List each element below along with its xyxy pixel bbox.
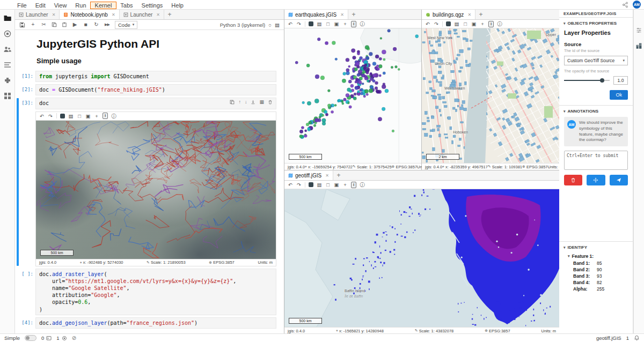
- menu-item-help[interactable]: Help: [167, 2, 188, 9]
- zoom-extent-icon[interactable]: ▣: [334, 181, 339, 189]
- add-layer-icon[interactable]: +: [480, 20, 485, 28]
- paste-cell-icon[interactable]: [62, 22, 67, 27]
- stop-kernel-icon[interactable]: ■: [83, 20, 89, 29]
- tab-buildings[interactable]: buildings.qgz ✕: [422, 10, 475, 19]
- file-browser-icon[interactable]: [3, 14, 12, 23]
- add-cell-icon[interactable]: +: [30, 20, 36, 29]
- undo-icon[interactable]: ↶: [288, 181, 293, 189]
- identify-icon[interactable]: i: [103, 113, 108, 119]
- cut-cell-icon[interactable]: ✂: [41, 20, 47, 29]
- layers-icon[interactable]: ▤: [454, 20, 459, 28]
- simple-mode-toggle[interactable]: [25, 335, 36, 341]
- kernels-indicator[interactable]: 1: [56, 335, 67, 341]
- opacity-value[interactable]: 1.0: [613, 76, 628, 85]
- collaboration-icon[interactable]: [3, 45, 12, 54]
- close-icon[interactable]: ✕: [467, 12, 471, 17]
- menu-item-view[interactable]: View: [50, 2, 71, 9]
- zoom-extent-icon[interactable]: ▣: [334, 20, 339, 28]
- add-layer-icon[interactable]: +: [342, 181, 348, 189]
- locate-annotation-button[interactable]: [587, 175, 605, 185]
- redo-icon[interactable]: ↷: [48, 112, 53, 120]
- cell-type-select[interactable]: Code ▾: [115, 21, 137, 29]
- add-layer-icon[interactable]: +: [342, 20, 348, 28]
- kernel-name[interactable]: Python 3 (ipykernel): [220, 22, 265, 28]
- running-kernels-icon[interactable]: [3, 29, 12, 38]
- layers-icon[interactable]: ▤: [68, 112, 74, 120]
- tab-geotiff[interactable]: geotiff.jGIS ✕: [284, 170, 333, 180]
- notebook-panel-icon[interactable]: ▤: [275, 22, 280, 28]
- basemap-icon[interactable]: □: [77, 112, 82, 120]
- move-cell-up-icon[interactable]: ↑: [238, 99, 241, 105]
- slider-knob[interactable]: [600, 78, 604, 83]
- buildings-map[interactable]: West New York Union City Weehawken Hobok…: [422, 28, 559, 163]
- run-cell-icon[interactable]: ▶: [72, 20, 78, 29]
- undo-icon[interactable]: ↶: [39, 112, 45, 120]
- ok-button[interactable]: Ok: [610, 90, 628, 100]
- identify-feature-header[interactable]: ▾ Feature 1:: [559, 252, 633, 260]
- terminals-indicator[interactable]: 0: [41, 335, 52, 341]
- delete-annotation-button[interactable]: [564, 175, 582, 185]
- info-icon[interactable]: ⓘ: [360, 20, 365, 28]
- menu-item-tabs[interactable]: Tabs: [116, 2, 137, 9]
- insert-cell-below-icon[interactable]: ▦: [259, 99, 264, 105]
- tab-launcher-1[interactable]: Launcher ✕: [15, 10, 60, 19]
- duplicate-cell-icon[interactable]: [230, 100, 235, 105]
- table-of-contents-icon[interactable]: [3, 61, 12, 69]
- geotiff-map[interactable]: Baffin Island Île de Baffin 500 km: [284, 189, 559, 327]
- menu-item-run[interactable]: Run: [71, 2, 90, 9]
- new-feature-icon[interactable]: [309, 21, 313, 26]
- basemap-icon[interactable]: □: [325, 181, 331, 189]
- basemap-icon[interactable]: □: [463, 20, 468, 28]
- buildings-icon[interactable]: [635, 42, 642, 49]
- info-icon[interactable]: ⓘ: [111, 112, 116, 120]
- save-icon[interactable]: [19, 22, 25, 28]
- cell-editor[interactable]: doc.add_raster_layer( url="https://mt1.g…: [35, 269, 276, 315]
- redo-icon[interactable]: ↷: [434, 20, 439, 28]
- copy-cell-icon[interactable]: [52, 22, 57, 27]
- move-cell-down-icon[interactable]: ↓: [245, 99, 247, 105]
- new-tab-button[interactable]: +: [333, 170, 344, 180]
- redo-icon[interactable]: ↷: [296, 20, 302, 28]
- submit-annotation-button[interactable]: [610, 175, 628, 185]
- cell-editor[interactable]: doc = GISDocument("france_hiking.jGIS"): [35, 84, 276, 95]
- new-feature-icon[interactable]: [309, 182, 313, 187]
- objects-properties-section-header[interactable]: ▾ OBJECTS PROPERTIES: [559, 18, 633, 28]
- new-feature-icon[interactable]: [446, 21, 451, 26]
- add-layer-icon[interactable]: +: [94, 112, 99, 120]
- close-icon[interactable]: ✕: [325, 173, 329, 178]
- share-icon[interactable]: [622, 2, 628, 8]
- extension-manager-icon[interactable]: [3, 76, 12, 85]
- basemap-icon[interactable]: □: [325, 20, 331, 28]
- restart-kernel-icon[interactable]: ↻: [93, 20, 99, 29]
- undo-icon[interactable]: ↶: [425, 20, 430, 28]
- bell-icon[interactable]: [634, 335, 640, 341]
- menu-item-settings[interactable]: Settings: [137, 2, 167, 9]
- close-icon[interactable]: ✕: [156, 12, 160, 17]
- delete-cell-icon[interactable]: [268, 100, 273, 105]
- identify-icon[interactable]: i: [488, 21, 494, 27]
- france-hiking-map[interactable]: 500 km: [36, 121, 276, 259]
- jupytergis-panel-icon[interactable]: [3, 92, 12, 100]
- zoom-extent-icon[interactable]: ▣: [85, 112, 91, 120]
- menu-item-file[interactable]: File: [13, 2, 31, 9]
- tab-notebook[interactable]: Notebook.ipynb ✕: [60, 10, 119, 19]
- new-tab-button[interactable]: +: [348, 10, 359, 19]
- current-file-label[interactable]: geotiff.jGIS: [596, 335, 621, 341]
- close-icon[interactable]: ✕: [340, 12, 344, 17]
- undo-icon[interactable]: ↶: [288, 20, 293, 28]
- cell-editor[interactable]: from jupytergis import GISDocument: [35, 71, 276, 82]
- new-tab-button[interactable]: +: [164, 10, 175, 19]
- source-select[interactable]: Custom GeoTiff Source ▾: [564, 56, 628, 65]
- layers-icon[interactable]: ▤: [317, 20, 322, 28]
- close-icon[interactable]: ✕: [112, 12, 115, 17]
- identify-icon[interactable]: i: [351, 182, 356, 188]
- opacity-slider[interactable]: [564, 78, 610, 83]
- identify-icon[interactable]: i: [351, 21, 356, 27]
- cell-editor[interactable]: doc.add_geojson_layer(path="france_regio…: [35, 317, 276, 329]
- redo-icon[interactable]: ↷: [296, 181, 302, 189]
- info-icon[interactable]: ⓘ: [360, 181, 365, 189]
- new-tab-button[interactable]: +: [475, 10, 486, 19]
- info-icon[interactable]: ⓘ: [497, 20, 502, 28]
- menu-item-kernel[interactable]: Kernel: [91, 2, 116, 9]
- insert-cell-above-icon[interactable]: [251, 100, 255, 105]
